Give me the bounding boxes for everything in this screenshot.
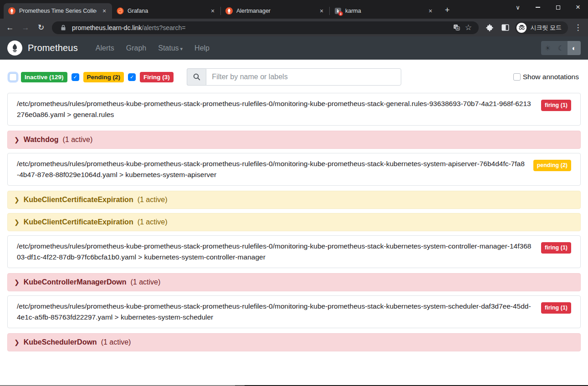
chevron-right-icon: ❯ xyxy=(14,136,20,143)
window-maximize-button[interactable] xyxy=(548,0,568,15)
show-annotations-checkbox[interactable] xyxy=(513,73,521,81)
new-tab-button[interactable]: + xyxy=(441,4,454,16)
alert-name: KubeClientCertificateExpiration xyxy=(24,196,133,204)
rule-file-path: /etc/prometheus/rules/prometheus-kube-pr… xyxy=(17,158,527,180)
firing-filter-badge[interactable]: Firing (3) xyxy=(140,72,174,82)
incognito-badge[interactable]: 시크릿 모드 xyxy=(515,21,568,34)
tab-title: Alertmanager xyxy=(236,8,314,14)
alert-name: KubeControllerManagerDown xyxy=(24,278,127,286)
prometheus-navbar: Prometheus Alerts Graph Status▾ Help ☀ ☾… xyxy=(0,36,588,60)
alert-active-count: (1 active) xyxy=(138,218,168,226)
svg-text:A: A xyxy=(457,27,459,30)
inactive-checkbox[interactable] xyxy=(9,73,17,81)
translate-icon[interactable]: GA xyxy=(450,22,462,34)
tab-title: Grafana xyxy=(128,8,205,14)
nav-alerts[interactable]: Alerts xyxy=(92,41,118,56)
incognito-icon xyxy=(516,23,527,33)
search-icon xyxy=(187,68,206,86)
theme-light-button[interactable]: ☀ xyxy=(541,41,554,55)
tab-title: karma xyxy=(345,8,423,14)
chevron-right-icon: ❯ xyxy=(14,196,20,203)
brand-title[interactable]: Prometheus xyxy=(28,43,78,53)
alert-rule-watchdog[interactable]: ❯ Watchdog (1 active) xyxy=(7,131,581,149)
alert-rule-kubeschedulerdown[interactable]: ❯ KubeSchedulerDown (1 active) xyxy=(7,333,581,351)
side-panel-icon[interactable] xyxy=(498,20,512,35)
chevron-right-icon: ❯ xyxy=(14,339,20,346)
tab-prometheus[interactable]: Prometheus Time Series Collecti × xyxy=(4,3,112,19)
alert-rule-kubeclientcertificateexpiration[interactable]: ❯ KubeClientCertificateExpiration (1 act… xyxy=(7,191,581,209)
pending-filter-badge[interactable]: Pending (2) xyxy=(83,72,124,82)
alert-active-count: (1 active) xyxy=(131,278,161,286)
alert-name: Watchdog xyxy=(24,136,59,144)
search-group xyxy=(187,68,401,86)
alert-name: KubeClientCertificateExpiration xyxy=(24,218,133,226)
tab-title: Prometheus Time Series Collecti xyxy=(19,8,97,14)
window-close-button[interactable]: × xyxy=(568,0,588,15)
sun-icon: ☀ xyxy=(545,44,551,52)
rule-group: /etc/prometheus/rules/prometheus-kube-pr… xyxy=(7,295,581,351)
pending-checkbox[interactable]: ✓ xyxy=(72,73,79,81)
nav-graph[interactable]: Graph xyxy=(122,41,150,56)
inactive-filter-badge[interactable]: Inactive (129) xyxy=(21,72,67,82)
browser-menu-icon[interactable]: ⋮ xyxy=(571,20,585,35)
nav-status-dropdown[interactable]: Status▾ xyxy=(154,41,187,56)
lock-icon xyxy=(57,22,69,34)
nav-help[interactable]: Help xyxy=(190,41,214,56)
rule-file-path: /etc/prometheus/rules/prometheus-kube-pr… xyxy=(17,241,535,263)
rule-file-path: /etc/prometheus/rules/prometheus-kube-pr… xyxy=(17,98,535,120)
main-nav: Alerts Graph Status▾ Help xyxy=(92,41,214,56)
theme-dark-button[interactable]: ☾ xyxy=(554,41,568,55)
rule-file-card: /etc/prometheus/rules/prometheus-kube-pr… xyxy=(7,153,581,186)
chevron-right-icon: ❯ xyxy=(14,279,20,286)
alertmanager-favicon-icon xyxy=(225,7,233,15)
extensions-puzzle-icon[interactable] xyxy=(482,20,497,35)
alerts-page: Inactive (129) ✓ Pending (2) ✓ Firing (3… xyxy=(0,60,588,351)
window-minimize-button[interactable] xyxy=(528,0,548,15)
tab-close-icon[interactable]: × xyxy=(100,7,108,15)
tab-grafana[interactable]: Grafana × xyxy=(112,3,220,19)
tab-karma[interactable]: k 3 karma × xyxy=(330,3,438,19)
rule-file-card: /etc/prometheus/rules/prometheus-kube-pr… xyxy=(7,235,581,268)
search-input[interactable] xyxy=(206,68,401,86)
grafana-favicon-icon xyxy=(117,7,124,15)
tab-close-icon[interactable]: × xyxy=(426,7,435,15)
caret-down-icon: ▾ xyxy=(180,46,183,51)
moon-icon: ☾ xyxy=(558,44,564,52)
url-host: prometheus.learn-dc.link xyxy=(72,24,142,31)
rule-group: /etc/prometheus/rules/prometheus-kube-pr… xyxy=(7,93,581,149)
rule-group: /etc/prometheus/rules/prometheus-kube-pr… xyxy=(7,235,581,291)
karma-favicon-icon: k 3 xyxy=(334,7,342,15)
browser-tab-strip: Prometheus Time Series Collecti × Grafan… xyxy=(0,0,588,19)
chevron-right-icon: ❯ xyxy=(14,218,20,226)
tab-close-icon[interactable]: × xyxy=(209,7,217,15)
pending-count-badge: pending (2) xyxy=(533,160,571,171)
half-circle-icon: ◐ xyxy=(572,44,576,52)
firing-count-badge: firing (1) xyxy=(541,302,571,314)
alert-active-count: (1 active) xyxy=(138,196,168,204)
state-filters: Inactive (129) ✓ Pending (2) ✓ Firing (3… xyxy=(9,72,187,82)
prometheus-logo-icon xyxy=(7,41,22,56)
karma-alert-count-badge: 3 xyxy=(338,11,343,16)
window-chevron-icon[interactable]: ∨ xyxy=(508,0,528,15)
bookmark-star-icon[interactable]: ☆ xyxy=(462,22,474,34)
rule-file-path: /etc/prometheus/rules/prometheus-kube-pr… xyxy=(17,301,535,323)
browser-toolbar: ← → ↻ prometheus.learn-dc.link/alerts?se… xyxy=(0,19,588,36)
alert-rule-kubecontrollermanagerdown[interactable]: ❯ KubeControllerManagerDown (1 active) xyxy=(7,273,581,291)
firing-count-badge: firing (1) xyxy=(541,242,571,254)
alert-rule-kubeclientcertificateexpiration[interactable]: ❯ KubeClientCertificateExpiration (1 act… xyxy=(7,213,581,231)
alert-active-count: (1 active) xyxy=(101,338,131,346)
address-bar[interactable]: prometheus.learn-dc.link/alerts?search= … xyxy=(52,21,479,34)
forward-button: → xyxy=(18,20,33,35)
filter-bar: Inactive (129) ✓ Pending (2) ✓ Firing (3… xyxy=(9,68,579,86)
firing-checkbox[interactable]: ✓ xyxy=(128,73,136,81)
tab-close-icon[interactable]: × xyxy=(317,7,326,15)
show-annotations-label: Show annotations xyxy=(523,73,579,81)
theme-auto-button[interactable]: ◐ xyxy=(568,41,581,55)
firing-count-badge: firing (1) xyxy=(541,100,571,111)
back-button[interactable]: ← xyxy=(3,20,17,35)
show-annotations-toggle: Show annotations xyxy=(401,73,579,81)
rule-file-card: /etc/prometheus/rules/prometheus-kube-pr… xyxy=(7,93,581,126)
tab-alertmanager[interactable]: Alertmanager × xyxy=(221,3,329,19)
reload-button[interactable]: ↻ xyxy=(34,20,48,35)
url-path: /alerts?search= xyxy=(142,24,185,31)
